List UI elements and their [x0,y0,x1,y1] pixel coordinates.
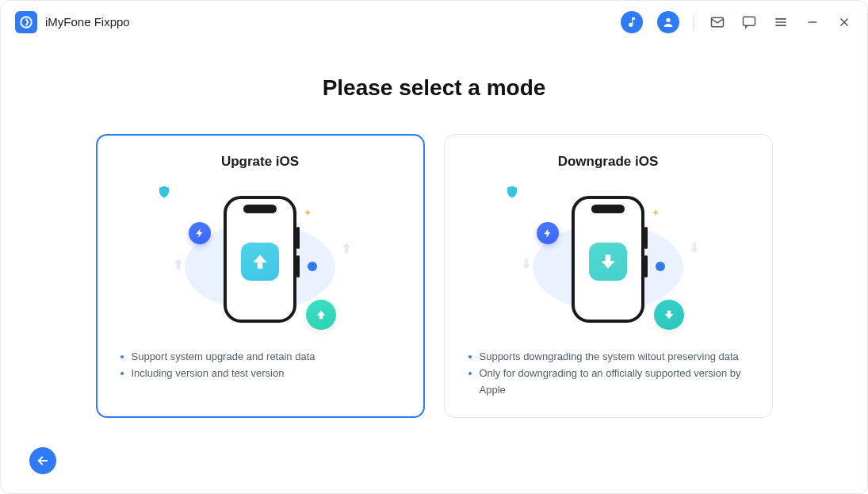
user-icon[interactable] [657,11,679,33]
svg-rect-3 [744,17,755,25]
app-logo-icon [15,11,37,33]
card-bullets: Support system upgrade and retain data I… [119,349,402,382]
sparkle-icon [649,208,662,220]
titlebar-actions [621,11,853,33]
shield-icon [157,189,171,202]
svg-point-1 [666,17,670,21]
app-title: iMyFone Fixppo [45,15,130,29]
bullet: Only for downgrading to an officially su… [467,366,750,399]
sparkle-icon [301,208,314,220]
lightning-icon [189,222,211,244]
arrow-up-circle-icon [306,300,336,330]
back-button[interactable] [29,447,56,474]
card-illustration [505,184,711,335]
phone-icon [224,196,296,323]
close-icon[interactable] [835,13,853,31]
card-title: Upgrate iOS [119,154,402,170]
arrow-down-icon [589,243,627,281]
page-heading: Please select a mode [47,75,821,101]
app-window: iMyFone Fixppo [0,0,868,494]
arrow-down-circle-icon [654,300,684,330]
shield-icon [505,189,519,202]
bullet: Support system upgrade and retain data [119,349,402,366]
svg-point-0 [21,17,32,28]
menu-icon[interactable] [772,13,790,31]
phone-icon [572,196,644,323]
arrow-up-icon [241,243,279,281]
main-content: Please select a mode Upgrate iOS [1,44,867,493]
card-illustration [157,184,363,335]
mode-card-downgrade[interactable]: Downgrade iOS [444,134,773,418]
bullet: Including version and test version [119,366,402,382]
titlebar: iMyFone Fixppo [1,1,867,44]
bullet: Supports downgrading the system witout p… [467,349,750,366]
mail-icon[interactable] [709,13,726,31]
mode-cards: Upgrate iOS [47,134,821,418]
minimize-icon[interactable] [804,13,821,31]
chat-icon[interactable] [740,13,758,31]
card-bullets: Supports downgrading the system witout p… [467,349,750,398]
lightning-icon [537,222,559,244]
music-note-icon[interactable] [621,11,643,33]
card-title: Downgrade iOS [467,154,750,170]
mode-card-upgrade[interactable]: Upgrate iOS [96,134,425,418]
